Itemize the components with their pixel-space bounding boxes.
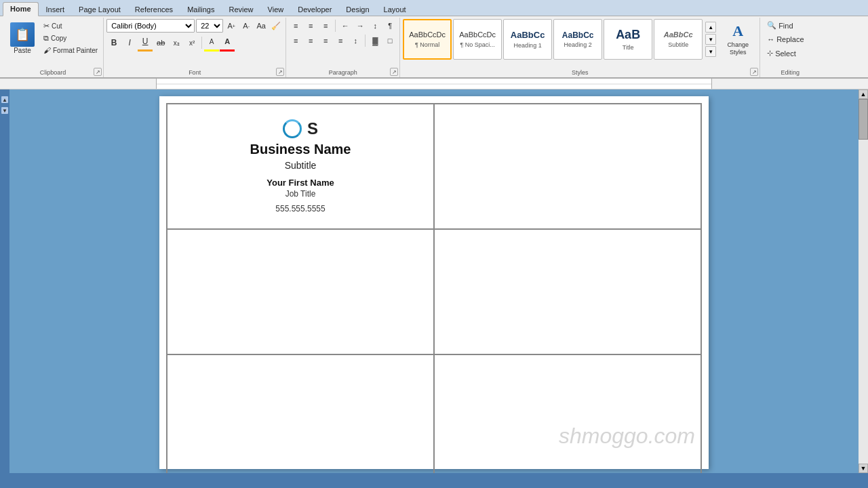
tab-view[interactable]: View [261,3,291,16]
border-button[interactable]: □ [383,34,397,47]
divider2 [335,20,336,32]
clipboard-expand[interactable]: ↗ [94,68,102,76]
styles-label: Styles [400,69,760,76]
paragraph-expand[interactable]: ↗ [390,68,398,76]
superscript-button[interactable]: x² [184,35,199,50]
font-expand[interactable]: ↗ [276,68,284,76]
decrease-indent-button[interactable]: ← [338,19,352,33]
shading-button[interactable]: ▓ [368,34,382,47]
clipboard-content: 📋 Paste ✂ Cut ⧉ Copy 🖌 Format Painter [5,19,100,76]
style-normal[interactable]: AaBbCcDc ¶ Normal [403,19,452,60]
paste-button[interactable]: 📋 Paste [5,20,39,56]
format-painter-button[interactable]: 🖌 Format Painter [41,45,100,56]
change-styles-button[interactable]: A ChangeStyles [717,19,758,60]
sort-button[interactable]: ↕ [368,19,382,33]
scroll-track [859,99,868,464]
scroll-thumb[interactable] [859,99,868,140]
subscript-button[interactable]: x₂ [169,35,184,50]
scroll-down-button[interactable]: ▼ [859,464,868,473]
style-subtitle-label: Subtitle [668,41,688,48]
paragraph-label: Paragraph [286,69,399,76]
sidebar-arrow-up[interactable]: ▲ [1,96,8,103]
ruler [0,79,868,89]
card-content: S Business Name Subtitle Your First Name… [243,113,358,220]
align-center-button[interactable]: ≡ [304,34,317,47]
strikethrough-button[interactable]: ab [153,35,168,50]
align-left-button[interactable]: ≡ [289,34,302,47]
multilevel-button[interactable]: ≡ [319,19,332,33]
tab-insert[interactable]: Insert [39,3,72,16]
increase-indent-button[interactable]: → [353,19,367,33]
style-heading2-label: Heading 2 [564,41,592,48]
font-group-content: Calibri (Body) 22 A+ A- Aa 🧹 B I U [106,19,283,61]
left-sidebar: ▲ ▼ [0,89,9,473]
font-color-button[interactable]: A [220,34,235,49]
format-painter-icon: 🖌 [43,46,51,54]
bullets-button[interactable]: ≡ [289,19,302,33]
tab-layout[interactable]: Layout [377,3,413,16]
cut-button[interactable]: ✂ Cut [41,20,100,32]
copy-button[interactable]: ⧉ Copy [41,33,100,44]
card-cell-midleft[interactable] [167,229,434,354]
card-logo-circle [283,119,302,138]
sidebar-arrow-down[interactable]: ▼ [1,107,8,114]
tab-home[interactable]: Home [3,2,39,16]
select-button[interactable]: ⊹ Select [763,47,817,60]
styles-scroll-down[interactable]: ▼ [705,34,716,45]
font-size-dropdown[interactable]: 22 [196,19,223,33]
font-group: Calibri (Body) 22 A+ A- Aa 🧹 B I U [104,18,286,77]
styles-scroll-more[interactable]: ▼ [705,46,716,57]
decrease-font-button[interactable]: A- [239,19,253,33]
style-heading2-preview: AaBbCc [562,30,594,40]
card-cell-botleft[interactable] [167,354,434,473]
editing-group: 🔍 Find ↔ Replace ⊹ Select Editing [760,18,820,77]
bold-button[interactable]: B [106,35,121,50]
tab-design[interactable]: Design [339,3,376,16]
styles-expand[interactable]: ↗ [750,68,758,76]
text-effect-button[interactable]: A [204,34,219,49]
cut-icon: ✂ [43,22,50,30]
card-cell-topleft[interactable]: S Business Name Subtitle Your First Name… [167,104,434,229]
tab-review[interactable]: Review [222,3,260,16]
card-cell-midright[interactable] [434,229,701,354]
tab-references[interactable]: References [128,3,180,16]
replace-button[interactable]: ↔ Replace [763,33,817,45]
style-nospacing-label: ¶ No Spaci... [460,41,494,48]
styles-content: AaBbCcDc ¶ Normal AaBbCcDc ¶ No Spaci...… [403,19,758,69]
card-cell-botright[interactable] [434,354,701,473]
style-title[interactable]: AaB Title [604,19,652,60]
ruler-marks [157,79,711,89]
pilcrow-button[interactable]: ¶ [383,19,397,33]
numbering-button[interactable]: ≡ [304,19,317,33]
underline-button[interactable]: U [138,34,153,49]
justify-button[interactable]: ≡ [334,34,347,47]
font-color-wrap: A [220,34,235,52]
change-case-button[interactable]: Aa [254,19,268,33]
font-name-dropdown[interactable]: Calibri (Body) [106,19,195,33]
style-heading1[interactable]: AaBbCc Heading 1 [503,19,552,60]
underline-wrap: U [138,34,153,52]
clear-formatting-button[interactable]: 🧹 [269,19,283,33]
copy-icon: ⧉ [43,34,49,43]
align-right-button[interactable]: ≡ [319,34,332,47]
bold-wrap: B [106,35,121,50]
tab-pagelayout[interactable]: Page Layout [72,3,127,16]
paragraph-row2: ≡ ≡ ≡ ≡ ↕ ▓ □ [289,34,397,47]
italic-button[interactable]: I [122,35,137,50]
card-cell-topright[interactable] [434,104,701,229]
styles-scroll-up[interactable]: ▲ [705,22,716,33]
style-subtitle-preview: AaBbCc [664,30,693,39]
style-heading2[interactable]: AaBbCc Heading 2 [553,19,602,60]
find-button[interactable]: 🔍 Find [763,19,817,32]
tab-mailings[interactable]: Mailings [180,3,221,16]
line-spacing-button[interactable]: ↕ [349,34,362,47]
increase-font-button[interactable]: A+ [224,19,238,33]
style-nospacing[interactable]: AaBbCcDc ¶ No Spaci... [453,19,502,60]
card-s-letter: S [307,119,318,138]
style-subtitle[interactable]: AaBbCc Subtitle [654,19,703,60]
tab-developer[interactable]: Developer [291,3,338,16]
paragraph-group: ≡ ≡ ≡ ← → ↕ ¶ ≡ ≡ ≡ ≡ ↕ ▓ □ Paragraph ↗ [286,18,400,77]
highlight-indicator [204,49,219,52]
font-format-row: B I U ab x₂ x² A A [106,34,283,52]
scroll-up-button[interactable]: ▲ [859,89,868,99]
